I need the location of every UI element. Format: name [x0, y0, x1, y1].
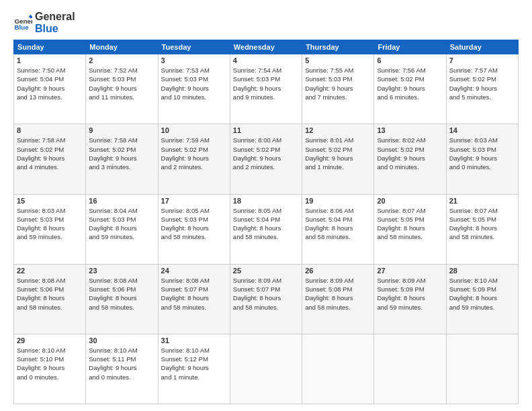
day-info: Sunrise: 8:07 AMSunset: 5:05 PMDaylight:… [377, 206, 443, 242]
day-cell-19: 19 Sunrise: 8:06 AMSunset: 5:04 PMDaylig… [302, 194, 374, 264]
day-cell-3: 3 Sunrise: 7:53 AMSunset: 5:03 PMDayligh… [158, 54, 230, 124]
day-info: Sunrise: 8:01 AMSunset: 5:02 PMDaylight:… [305, 136, 371, 171]
logo-blue: Blue [35, 23, 75, 35]
logo-icon: General Blue [13, 13, 32, 32]
day-cell-8: 8 Sunrise: 7:58 AMSunset: 5:02 PMDayligh… [14, 124, 86, 194]
day-cell-23: 23 Sunrise: 8:08 AMSunset: 5:06 PMDaylig… [86, 264, 158, 334]
day-cell-26: 26 Sunrise: 8:09 AMSunset: 5:08 PMDaylig… [302, 264, 374, 334]
day-cell-29: 29 Sunrise: 8:10 AMSunset: 5:10 PMDaylig… [14, 334, 86, 404]
day-info: Sunrise: 8:02 AMSunset: 5:02 PMDaylight:… [377, 136, 443, 171]
day-number: 23 [89, 267, 154, 275]
day-info: Sunrise: 7:56 AMSunset: 5:02 PMDaylight:… [377, 66, 443, 101]
calendar-table: Sunday Monday Tuesday Wednesday Thursday… [13, 40, 519, 404]
day-number: 7 [449, 56, 515, 64]
day-number: 3 [161, 56, 227, 64]
day-info: Sunrise: 7:52 AMSunset: 5:03 PMDaylight:… [89, 66, 154, 101]
day-number: 4 [233, 56, 299, 64]
day-cell-11: 11 Sunrise: 8:00 AMSunset: 5:02 PMDaylig… [230, 124, 302, 194]
day-cell-6: 6 Sunrise: 7:56 AMSunset: 5:02 PMDayligh… [374, 54, 446, 124]
day-number: 11 [233, 126, 299, 134]
empty-cell [230, 334, 302, 404]
col-wednesday: Wednesday [230, 40, 302, 54]
day-number: 25 [233, 267, 299, 275]
day-info: Sunrise: 7:54 AMSunset: 5:03 PMDaylight:… [233, 66, 299, 101]
day-info: Sunrise: 8:04 AMSunset: 5:03 PMDaylight:… [89, 206, 154, 242]
day-cell-22: 22 Sunrise: 8:08 AMSunset: 5:06 PMDaylig… [14, 264, 86, 334]
day-info: Sunrise: 8:08 AMSunset: 5:06 PMDaylight:… [17, 276, 83, 312]
day-cell-31: 31 Sunrise: 8:10 AMSunset: 5:12 PMDaylig… [158, 334, 230, 404]
day-cell-14: 14 Sunrise: 8:03 AMSunset: 5:03 PMDaylig… [446, 124, 518, 194]
day-info: Sunrise: 8:03 AMSunset: 5:03 PMDaylight:… [449, 136, 515, 171]
day-cell-1: 1 Sunrise: 7:50 AMSunset: 5:04 PMDayligh… [14, 54, 86, 124]
day-cell-27: 27 Sunrise: 8:09 AMSunset: 5:09 PMDaylig… [374, 264, 446, 334]
day-number: 8 [17, 126, 83, 134]
day-number: 22 [17, 267, 83, 275]
day-cell-25: 25 Sunrise: 8:09 AMSunset: 5:07 PMDaylig… [230, 264, 302, 334]
day-number: 24 [161, 267, 227, 275]
day-number: 1 [17, 56, 83, 64]
day-cell-7: 7 Sunrise: 7:57 AMSunset: 5:02 PMDayligh… [446, 54, 518, 124]
day-number: 14 [449, 126, 515, 134]
day-info: Sunrise: 8:09 AMSunset: 5:07 PMDaylight:… [233, 276, 299, 312]
col-friday: Friday [374, 40, 446, 54]
day-info: Sunrise: 8:08 AMSunset: 5:06 PMDaylight:… [89, 276, 154, 312]
logo: General Blue General Blue [13, 11, 75, 34]
day-cell-9: 9 Sunrise: 7:58 AMSunset: 5:02 PMDayligh… [86, 124, 158, 194]
empty-cell [446, 334, 518, 404]
day-info: Sunrise: 8:06 AMSunset: 5:04 PMDaylight:… [305, 206, 371, 242]
day-number: 19 [305, 197, 371, 205]
calendar-week-1: 1 Sunrise: 7:50 AMSunset: 5:04 PMDayligh… [14, 54, 519, 124]
day-info: Sunrise: 8:08 AMSunset: 5:07 PMDaylight:… [161, 276, 227, 312]
day-number: 12 [305, 126, 371, 134]
day-number: 5 [305, 56, 371, 64]
day-info: Sunrise: 7:58 AMSunset: 5:02 PMDaylight:… [17, 136, 83, 171]
day-number: 26 [305, 267, 371, 275]
day-info: Sunrise: 8:03 AMSunset: 5:03 PMDaylight:… [17, 206, 83, 242]
day-number: 29 [17, 336, 83, 345]
day-number: 27 [377, 267, 443, 275]
col-saturday: Saturday [446, 40, 518, 54]
day-number: 13 [377, 126, 443, 134]
day-number: 15 [17, 197, 83, 205]
day-cell-10: 10 Sunrise: 7:59 AMSunset: 5:02 PMDaylig… [158, 124, 230, 194]
day-info: Sunrise: 7:55 AMSunset: 5:03 PMDaylight:… [305, 66, 371, 101]
day-info: Sunrise: 8:09 AMSunset: 5:08 PMDaylight:… [305, 276, 371, 312]
day-cell-12: 12 Sunrise: 8:01 AMSunset: 5:02 PMDaylig… [302, 124, 374, 194]
col-sunday: Sunday [14, 40, 86, 54]
day-info: Sunrise: 8:10 AMSunset: 5:09 PMDaylight:… [449, 276, 515, 312]
day-number: 31 [161, 336, 227, 345]
day-cell-21: 21 Sunrise: 8:07 AMSunset: 5:05 PMDaylig… [446, 194, 518, 264]
calendar-week-3: 15 Sunrise: 8:03 AMSunset: 5:03 PMDaylig… [14, 194, 519, 264]
day-info: Sunrise: 8:07 AMSunset: 5:05 PMDaylight:… [449, 206, 515, 242]
day-cell-30: 30 Sunrise: 8:10 AMSunset: 5:11 PMDaylig… [86, 334, 158, 404]
calendar-week-4: 22 Sunrise: 8:08 AMSunset: 5:06 PMDaylig… [14, 264, 519, 334]
day-cell-24: 24 Sunrise: 8:08 AMSunset: 5:07 PMDaylig… [158, 264, 230, 334]
day-cell-4: 4 Sunrise: 7:54 AMSunset: 5:03 PMDayligh… [230, 54, 302, 124]
day-cell-16: 16 Sunrise: 8:04 AMSunset: 5:03 PMDaylig… [86, 194, 158, 264]
day-info: Sunrise: 8:10 AMSunset: 5:12 PMDaylight:… [161, 346, 227, 381]
day-cell-15: 15 Sunrise: 8:03 AMSunset: 5:03 PMDaylig… [14, 194, 86, 264]
day-number: 28 [449, 267, 515, 275]
day-cell-18: 18 Sunrise: 8:05 AMSunset: 5:04 PMDaylig… [230, 194, 302, 264]
day-info: Sunrise: 7:57 AMSunset: 5:02 PMDaylight:… [449, 66, 515, 101]
day-number: 9 [89, 126, 154, 134]
day-number: 20 [377, 197, 443, 205]
day-info: Sunrise: 8:09 AMSunset: 5:09 PMDaylight:… [377, 276, 443, 312]
day-info: Sunrise: 7:59 AMSunset: 5:02 PMDaylight:… [161, 136, 227, 171]
day-number: 30 [89, 336, 154, 345]
day-number: 10 [161, 126, 227, 134]
day-number: 17 [161, 197, 227, 205]
header: General Blue General Blue [13, 11, 519, 34]
day-number: 16 [89, 197, 154, 205]
weekday-header-row: Sunday Monday Tuesday Wednesday Thursday… [14, 40, 519, 54]
day-cell-20: 20 Sunrise: 8:07 AMSunset: 5:05 PMDaylig… [374, 194, 446, 264]
day-cell-13: 13 Sunrise: 8:02 AMSunset: 5:02 PMDaylig… [374, 124, 446, 194]
logo-general: General [35, 11, 75, 23]
calendar-page: General Blue General Blue Sunday Monday … [0, 0, 532, 411]
col-thursday: Thursday [302, 40, 374, 54]
day-cell-28: 28 Sunrise: 8:10 AMSunset: 5:09 PMDaylig… [446, 264, 518, 334]
day-number: 6 [377, 56, 443, 64]
day-info: Sunrise: 8:10 AMSunset: 5:11 PMDaylight:… [89, 346, 154, 381]
day-cell-2: 2 Sunrise: 7:52 AMSunset: 5:03 PMDayligh… [86, 54, 158, 124]
svg-text:Blue: Blue [14, 23, 29, 30]
